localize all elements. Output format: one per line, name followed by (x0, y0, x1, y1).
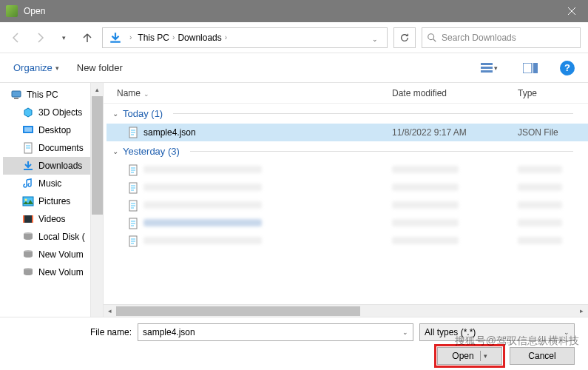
svg-rect-6 (481, 70, 493, 73)
downloads-folder-icon (109, 31, 122, 44)
back-button[interactable] (7, 29, 25, 47)
svg-rect-9 (12, 91, 21, 97)
sidebar-item-label: New Volum (38, 267, 84, 278)
breadcrumb-history-dropdown[interactable]: ⌄ (366, 31, 384, 44)
scroll-thumb[interactable] (92, 96, 103, 215)
arrow-up-icon (81, 32, 93, 44)
file-icon (127, 200, 139, 212)
file-date (392, 165, 518, 175)
file-row[interactable]: sample4.json11/8/2022 9:17 AMJSON File (107, 124, 588, 141)
file-date (392, 218, 518, 229)
sidebar-item-label: New Volum (38, 249, 84, 260)
forward-button[interactable] (31, 29, 49, 47)
svg-rect-19 (23, 215, 24, 223)
sidebar-item-docs[interactable]: Documents (3, 139, 90, 157)
sidebar-item-downloads[interactable]: Downloads (3, 157, 90, 175)
close-icon (568, 7, 575, 15)
filename-input[interactable] (143, 327, 402, 337)
col-type[interactable]: Type (518, 88, 588, 98)
svg-line-3 (433, 38, 436, 41)
scroll-up-icon[interactable]: ▴ (91, 83, 103, 95)
disk-icon (22, 231, 34, 243)
file-icon (127, 127, 139, 138)
preview-pane-icon (523, 63, 538, 73)
col-name[interactable]: Name⌄ (104, 88, 392, 98)
svg-rect-4 (481, 63, 493, 65)
sidebar-item-desktop[interactable]: Desktop (3, 121, 90, 139)
group-label: Yesterday (3) (123, 146, 180, 157)
file-icon (127, 218, 139, 229)
refresh-button[interactable] (393, 27, 416, 48)
chevron-down-icon[interactable]: ⌄ (402, 329, 408, 336)
file-icon (127, 164, 139, 176)
file-name (143, 183, 392, 193)
file-date: 11/8/2022 9:17 AM (392, 127, 518, 138)
arrow-right-icon (34, 32, 46, 44)
file-row[interactable] (107, 179, 588, 197)
recent-dropdown[interactable]: ▾ (55, 29, 72, 47)
search-box[interactable] (422, 27, 581, 48)
navbar: ▾ › This PC › Downloads › ⌄ (0, 22, 588, 53)
scroll-right-icon[interactable]: ▸ (575, 307, 588, 314)
file-group-header[interactable]: ⌄ Today (1) (107, 104, 588, 124)
cancel-button[interactable]: Cancel (510, 347, 575, 365)
refresh-icon (399, 33, 410, 43)
chevron-right-icon: › (171, 33, 176, 41)
file-group-header[interactable]: ⌄ Yesterday (3) (107, 141, 588, 161)
breadcrumb-bar[interactable]: › This PC › Downloads › ⌄ (102, 27, 388, 48)
sidebar-item-disk[interactable]: New Volum (3, 246, 90, 263)
sidebar-scrollbar[interactable]: ▴ (90, 83, 103, 317)
file-type (518, 201, 588, 211)
help-button[interactable]: ? (560, 61, 575, 75)
file-row[interactable] (107, 197, 588, 215)
sidebar-item-label: 3D Objects (38, 107, 82, 118)
pc-icon (10, 89, 22, 101)
svg-rect-18 (23, 215, 33, 223)
file-name (143, 218, 392, 229)
breadcrumb-segment[interactable]: This PC (136, 33, 171, 43)
view-mode-button[interactable]: ▾ (477, 60, 501, 76)
disk-icon (22, 249, 34, 260)
file-row[interactable] (107, 215, 588, 232)
file-type (518, 183, 588, 193)
sidebar-item-pc[interactable]: This PC (3, 86, 90, 104)
sidebar-item-pictures[interactable]: Pictures (3, 192, 90, 210)
sidebar-item-music[interactable]: Music (3, 175, 90, 192)
music-icon (22, 178, 34, 189)
filename-combobox[interactable]: ⌄ (138, 323, 413, 341)
scroll-left-icon[interactable]: ◂ (104, 307, 116, 314)
col-date-modified[interactable]: Date modified (392, 88, 518, 98)
sidebar-item-label: Documents (38, 143, 84, 153)
sidebar-item-label: Videos (38, 214, 65, 224)
breadcrumb-segment[interactable]: Downloads (176, 33, 223, 43)
sidebar-item-videos[interactable]: Videos (3, 210, 90, 228)
filename-label: File name: (13, 327, 132, 337)
open-button[interactable]: Open▾ (437, 347, 502, 365)
toolbar: Organize ▾ New folder ▾ ? (0, 53, 588, 83)
sidebar-item-disk[interactable]: Local Disk ( (3, 228, 90, 246)
organize-menu[interactable]: Organize ▾ (13, 62, 59, 73)
chevron-right-icon: › (223, 33, 229, 41)
horizontal-scrollbar[interactable]: ◂ ▸ (104, 304, 588, 317)
chevron-down-icon: ⌄ (112, 110, 118, 118)
titlebar: Open (0, 0, 588, 22)
close-button[interactable] (555, 0, 588, 22)
svg-point-2 (428, 33, 434, 39)
search-input[interactable] (442, 33, 575, 43)
view-details-icon (481, 63, 493, 73)
preview-pane-button[interactable] (518, 60, 542, 76)
sidebar-item-3d[interactable]: 3D Objects (3, 104, 90, 121)
file-icon (127, 235, 139, 247)
file-type (518, 236, 588, 246)
scroll-thumb[interactable] (116, 306, 360, 316)
search-icon (427, 33, 437, 43)
file-name (143, 236, 392, 246)
file-row[interactable] (107, 161, 588, 179)
up-button[interactable] (78, 29, 96, 47)
sidebar-item-disk[interactable]: New Volum (3, 263, 90, 281)
svg-rect-10 (14, 98, 18, 99)
file-row[interactable] (107, 232, 588, 250)
file-type-filter[interactable]: All types (*.*) ⌄ (419, 323, 575, 341)
file-icon (127, 182, 139, 194)
new-folder-button[interactable]: New folder (77, 62, 123, 73)
